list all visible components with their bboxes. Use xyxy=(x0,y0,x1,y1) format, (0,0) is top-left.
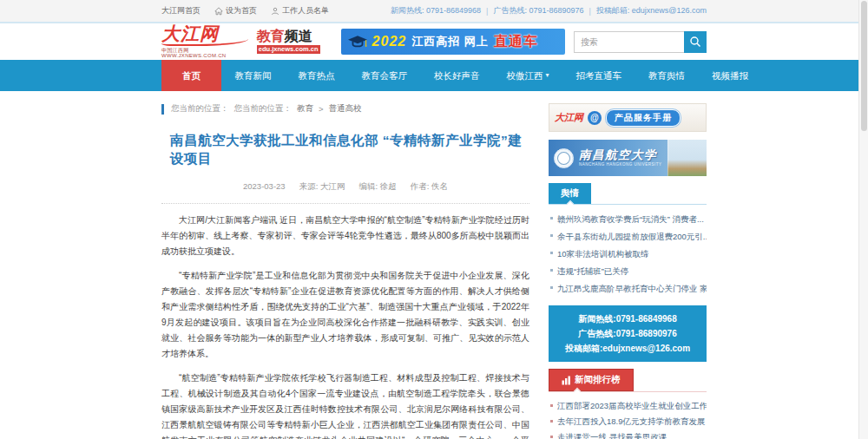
university-name: 南昌航空大学 xyxy=(579,149,662,161)
article-body: 大江网/大江新闻客户端讯 近日，南昌航空大学申报的“航空制造”专精特新产业学院经… xyxy=(161,213,529,439)
search-bar xyxy=(574,31,707,53)
yuqing-list-item[interactable]: 违规“托辅班”已关停 xyxy=(549,262,707,279)
site-logo[interactable]: 大江网 中国江西网 WWW.JXNEWS.COM.CN xyxy=(161,25,248,58)
article-meta: 2023-03-23 来源: 大江网 编辑: 徐超 作者: 佚名 xyxy=(161,181,529,193)
link-set-homepage[interactable]: 设为首页 xyxy=(214,5,257,16)
nav-item-label: 教育舆情 xyxy=(648,60,685,91)
channel-title-red: 教育 xyxy=(257,29,285,43)
link-staff-list[interactable]: 工作人员名单 xyxy=(271,5,329,16)
nav-item[interactable]: 招考直通车 ▾ xyxy=(562,60,635,91)
ranking-icon xyxy=(562,376,571,385)
nav-item[interactable]: 教育舆情 ▾ xyxy=(635,60,699,91)
nav-item-label: 教育会客厅 xyxy=(362,60,408,91)
yuqing-list-item[interactable]: 余干县东街幼儿园提前放假退费200元引... xyxy=(549,227,707,245)
university-banner[interactable]: 南昌航空大学 NANCHANG HANGKONG UNIVERSITY xyxy=(549,140,707,176)
scrollbar-thumb[interactable] xyxy=(861,1,867,131)
search-button[interactable] xyxy=(684,31,707,53)
nav-item-label: 校傲江西 xyxy=(507,60,543,91)
section-divider xyxy=(549,391,707,392)
contact-mailbox: 投稿邮箱:edujxnews@126.com xyxy=(549,341,707,356)
ranking-list-item[interactable]: 江西部署2023届高校毕业生就业创业工作 xyxy=(549,397,707,413)
nav-item-label: 首页 xyxy=(182,60,201,91)
breadcrumb-separator: > xyxy=(319,104,324,114)
nav-item-label: 教育新闻 xyxy=(235,60,272,91)
contact-box: 新闻热线:0791-86849968 广告热线:0791-86890976 投稿… xyxy=(549,305,707,362)
graduation-cap-icon xyxy=(348,36,367,49)
ranking-section: 新闻排行榜 江西部署2023届高校毕业生就业创业工作 去年江西投入18.9亿元支… xyxy=(549,369,707,439)
promo-banner[interactable]: 2022 江西高招 网上 直通车 xyxy=(341,29,565,55)
yuqing-list-item[interactable]: 九江昂戈鹿高阶早教托育中心关门停业 家... xyxy=(549,279,707,297)
separator: | xyxy=(486,7,488,16)
breadcrumb-marker xyxy=(161,104,164,115)
article-title: 南昌航空大学获批工业和信息化部 “专精特新产业学院”建设项目 xyxy=(170,132,529,168)
channel-title-black: 频道 xyxy=(285,29,312,43)
site-logo-text: 大江网 xyxy=(161,25,248,46)
chevron-down-icon: ▾ xyxy=(546,60,549,91)
nav-item[interactable]: 视频播报 ▾ xyxy=(699,60,762,91)
nav-item[interactable]: 首页 ▾ xyxy=(161,60,221,91)
ranking-list: 江西部署2023届高校毕业生就业创业工作 去年江西投入18.9亿元支持学前教育发… xyxy=(549,397,707,439)
nav-item-label: 视频播报 xyxy=(712,60,748,91)
nav-item-label: 校长好声音 xyxy=(434,60,480,91)
breadcrumb-link-category[interactable]: 普通高校 xyxy=(329,103,362,115)
nav-item[interactable]: 教育热点 ▾ xyxy=(285,60,348,91)
ranking-badge-label: 新闻排行榜 xyxy=(575,374,621,386)
breadcrumb-prefix: 您当前的位置： xyxy=(234,103,293,115)
breadcrumb-prefix: 您当前的位置： xyxy=(171,103,229,115)
ranking-list-item[interactable]: 去年江西投入18.9亿元支持学前教育发展 xyxy=(549,413,707,429)
link-jxnews-home[interactable]: 大江网首页 xyxy=(161,5,201,16)
nav-item[interactable]: 教育会客厅 ▾ xyxy=(348,60,421,91)
site-header: 大江网 中国江西网 WWW.JXNEWS.COM.CN 教育频道 edu.jxn… xyxy=(0,23,868,60)
news-hotline: 新闻热线: 0791-86849968 xyxy=(391,5,481,16)
yuqing-section: 舆情 赣州玖鸿教育收学费后“玩消失” 消费者... 余干县东街幼儿园提前放假退费… xyxy=(549,183,707,297)
ranking-list-item[interactable]: 走进课堂一线 寻找最美思政课 xyxy=(549,429,707,439)
site-logo-subtext: 中国江西网 WWW.JXNEWS.COM.CN xyxy=(161,48,248,58)
topbar: 大江网首页 设为首页 工作人员名单 新闻热线: 0791-86849968 | … xyxy=(0,0,868,23)
product-banner-logo: 大江网 xyxy=(555,111,583,124)
submission-email: 投稿邮箱: edujxnews@126.com xyxy=(596,5,707,16)
nav-item-label: 招考直通车 xyxy=(576,60,622,91)
breadcrumb: 您当前的位置： 您当前的位置： 教育 > 普通高校 xyxy=(161,103,529,115)
article-source: 来源: 大江网 xyxy=(299,181,345,193)
article-editor: 编辑: 徐超 xyxy=(358,181,396,193)
promo-text: 江西高招 网上 xyxy=(411,34,489,49)
product-banner-title: 产品服务手册 xyxy=(606,109,681,127)
promo-highlight: 直通车 xyxy=(494,33,538,51)
search-input[interactable] xyxy=(574,31,684,53)
yuqing-list-item[interactable]: 10家非法培训机构被取缔 xyxy=(549,245,707,262)
nav-item-label: 教育热点 xyxy=(299,60,335,91)
contact-adline: 广告热线:0791-86890976 xyxy=(549,326,707,341)
yuqing-list-item[interactable]: 赣州玖鸿教育收学费后“玩消失” 消费者... xyxy=(549,210,707,227)
sidebar: 大江网 @ 产品服务手册 南昌航空大学 NANCHANG HANGKONG UN… xyxy=(549,103,707,439)
section-divider xyxy=(549,204,707,205)
page: 大江网首页 设为首页 工作人员名单 新闻热线: 0791-86849968 | … xyxy=(0,0,868,439)
product-manual-banner[interactable]: 大江网 @ 产品服务手册 xyxy=(549,103,707,132)
divider xyxy=(161,203,529,204)
channel-logo[interactable]: 教育频道 edu.jxnews.com.cn xyxy=(257,29,320,55)
yuqing-list: 赣州玖鸿教育收学费后“玩消失” 消费者... 余干县东街幼儿园提前放假退费200… xyxy=(549,210,707,297)
article-paragraph: “航空制造”专精特新产业学院依托学校飞行器制造工程、材料成型及控制工程、焊接技术… xyxy=(161,370,529,439)
ad-hotline: 广告热线: 0791-86890976 xyxy=(493,5,583,16)
university-seal-icon xyxy=(554,148,574,168)
separator: | xyxy=(589,7,590,16)
person-icon xyxy=(271,7,279,16)
search-icon xyxy=(689,36,701,48)
home-icon xyxy=(214,7,223,16)
promo-year: 2022 xyxy=(372,34,407,49)
link-set-homepage-label: 设为首页 xyxy=(226,5,257,16)
nav-item[interactable]: 校长好声音 ▾ xyxy=(421,60,494,91)
header-contact-info: 新闻热线: 0791-86849968 | 广告热线: 0791-8689097… xyxy=(391,5,707,16)
university-name-en: NANCHANG HANGKONG UNIVERSITY xyxy=(579,163,662,167)
main-nav: 首页 ▾ 教育新闻 ▾ 教育热点 ▾ 教育会客厅 ▾ xyxy=(0,60,868,91)
contact-hotline: 新闻热线:0791-86849968 xyxy=(549,311,707,326)
nav-item[interactable]: 校傲江西 ▾ xyxy=(493,60,562,91)
university-banner-text: 南昌航空大学 NANCHANG HANGKONG UNIVERSITY xyxy=(579,149,662,167)
channel-title: 教育频道 xyxy=(257,29,320,43)
nav-item[interactable]: 教育新闻 ▾ xyxy=(221,60,285,91)
at-icon: @ xyxy=(588,111,602,125)
scrollbar[interactable] xyxy=(858,0,868,439)
breadcrumb-link-education[interactable]: 教育 xyxy=(297,103,313,115)
link-staff-list-label: 工作人员名单 xyxy=(282,5,329,16)
article-date: 2023-03-23 xyxy=(243,181,286,193)
channel-domain: edu.jxnews.com.cn xyxy=(257,45,320,55)
